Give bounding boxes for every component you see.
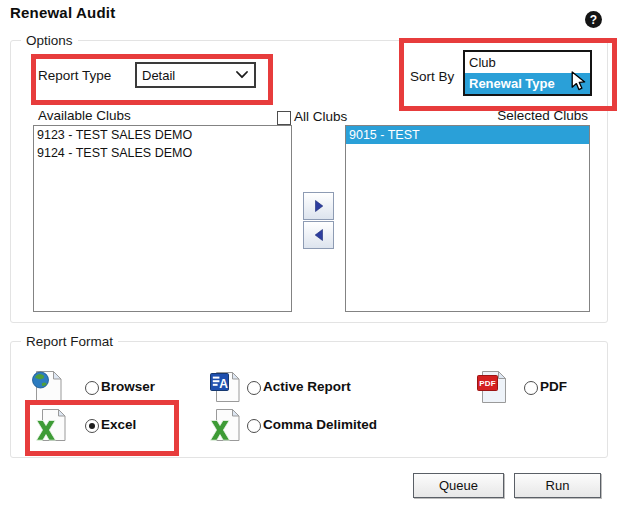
all-clubs-checkbox[interactable] — [277, 111, 291, 125]
move-right-button[interactable] — [303, 192, 334, 220]
svg-text:PDF: PDF — [479, 379, 496, 388]
report-type-select[interactable]: Detail — [135, 62, 256, 88]
run-button[interactable]: Run — [514, 473, 601, 498]
list-item[interactable]: 9015 - TEST — [346, 126, 589, 144]
queue-button[interactable]: Queue — [413, 473, 504, 498]
sort-option-club[interactable]: Club — [465, 52, 590, 73]
selected-clubs-list[interactable]: 9015 - TEST — [345, 125, 590, 312]
browser-document-icon — [32, 371, 62, 403]
active-report-radio[interactable] — [247, 381, 261, 395]
options-legend: Options — [21, 33, 78, 48]
report-format-legend: Report Format — [21, 334, 118, 349]
browser-radio[interactable] — [85, 381, 99, 395]
excel-radio[interactable] — [85, 419, 99, 433]
selected-clubs-label: Selected Clubs — [497, 108, 588, 123]
sort-by-listbox[interactable]: Club Renewal Type — [463, 50, 592, 96]
arrow-left-icon — [314, 229, 324, 241]
browser-label: Browser — [101, 379, 155, 394]
active-report-document-icon: A — [210, 372, 240, 404]
pdf-radio[interactable] — [524, 381, 538, 395]
report-type-label: Report Type — [38, 68, 111, 83]
move-left-button[interactable] — [303, 221, 334, 249]
arrow-right-icon — [314, 200, 324, 212]
list-item[interactable]: 9123 - TEST SALES DEMO — [34, 126, 291, 144]
available-clubs-label: Available Clubs — [38, 108, 131, 123]
comma-delimited-radio[interactable] — [247, 419, 261, 433]
list-item[interactable]: 9124 - TEST SALES DEMO — [34, 144, 291, 162]
all-clubs-label: All Clubs — [294, 109, 347, 124]
sort-by-label: Sort By — [410, 69, 454, 84]
active-report-label: Active Report — [263, 379, 351, 394]
report-type-value: Detail — [142, 68, 175, 83]
help-icon[interactable]: ? — [585, 11, 602, 28]
report-format-section: Report Format — [10, 334, 608, 458]
excel-label: Excel — [101, 417, 136, 432]
comma-delimited-document-icon — [210, 409, 240, 441]
renewal-audit-dialog: Renewal Audit ? Options Report Type Deta… — [0, 0, 619, 509]
svg-text:A: A — [219, 377, 228, 391]
pdf-document-icon: PDF — [477, 371, 507, 403]
chevron-down-icon — [236, 71, 248, 79]
sort-option-renewal-type[interactable]: Renewal Type — [465, 73, 590, 94]
excel-document-icon — [36, 409, 66, 441]
pdf-label: PDF — [540, 379, 567, 394]
available-clubs-list[interactable]: 9123 - TEST SALES DEMO 9124 - TEST SALES… — [33, 125, 292, 312]
page-title: Renewal Audit — [10, 4, 115, 21]
comma-delimited-label: Comma Delimited — [263, 417, 377, 432]
